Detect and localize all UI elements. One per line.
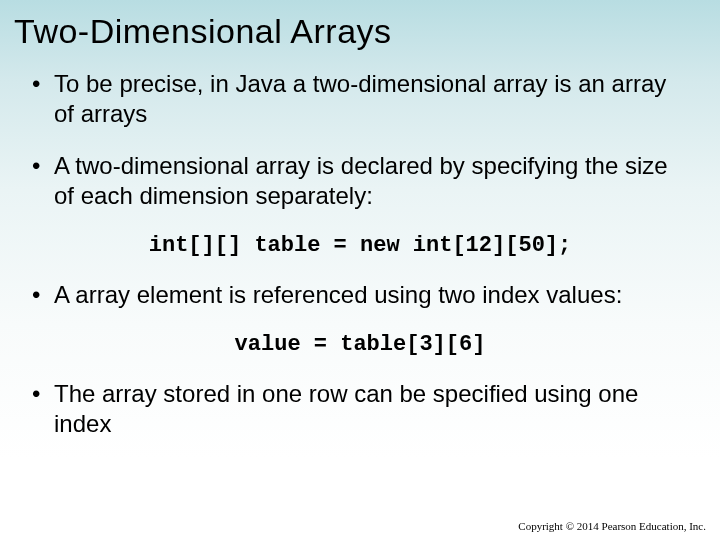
bullet-list: To be precise, in Java a two-dimensional… bbox=[28, 69, 692, 211]
code-line: value = table[3][6] bbox=[28, 332, 692, 357]
bullet-item: The array stored in one row can be speci… bbox=[28, 379, 692, 439]
bullet-item: A array element is referenced using two … bbox=[28, 280, 692, 310]
bullet-list: The array stored in one row can be speci… bbox=[28, 379, 692, 439]
bullet-list: A array element is referenced using two … bbox=[28, 280, 692, 310]
slide-title: Two-Dimensional Arrays bbox=[0, 0, 720, 51]
bullet-item: A two-dimensional array is declared by s… bbox=[28, 151, 692, 211]
copyright-footer: Copyright © 2014 Pearson Education, Inc. bbox=[518, 520, 706, 532]
code-line: int[][] table = new int[12][50]; bbox=[28, 233, 692, 258]
slide-content: To be precise, in Java a two-dimensional… bbox=[0, 51, 720, 439]
bullet-item: To be precise, in Java a two-dimensional… bbox=[28, 69, 692, 129]
